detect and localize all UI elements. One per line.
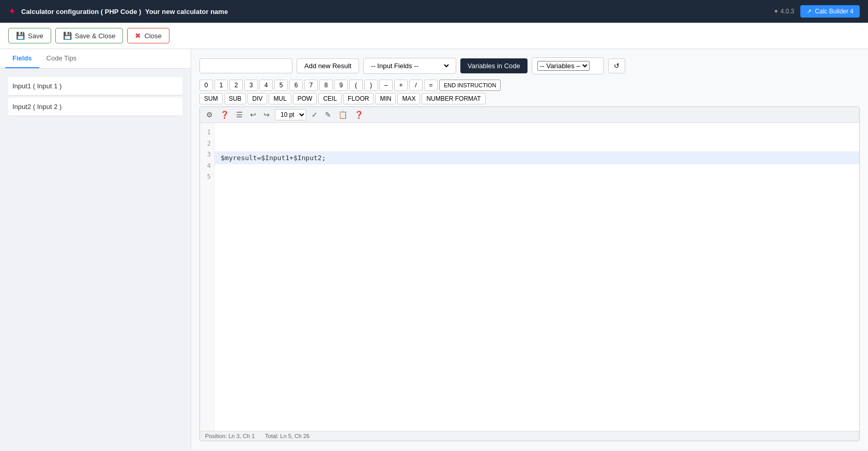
app-btn-label: Calc Builder 4 bbox=[815, 8, 854, 15]
save-icon: 💾 bbox=[16, 32, 25, 40]
status-position: Position: Ln 3, Ch 1 bbox=[205, 433, 255, 439]
editor-font-size-select[interactable]: 10 pt 12 pt 14 pt bbox=[275, 109, 306, 120]
pad-btn-divide[interactable]: / bbox=[409, 80, 423, 91]
input-fields-select[interactable]: -- Input Fields -- Input1 ( Input 1 ) In… bbox=[369, 61, 451, 70]
tab-code-tips[interactable]: Code Tips bbox=[39, 49, 84, 68]
pad-btn-close-paren[interactable]: ) bbox=[364, 80, 378, 91]
pad-btn-ceil[interactable]: CEIL bbox=[318, 93, 342, 104]
status-total: Total: Ln 5, Ch 26 bbox=[265, 433, 309, 439]
editor-tool-check[interactable]: ✓ bbox=[309, 110, 320, 120]
save-button[interactable]: 💾 Save bbox=[8, 28, 51, 43]
topbar-left: ✦ Calculator configuration ( PHP Code ) … bbox=[8, 6, 228, 17]
version-label: ✦ 4.0.3 bbox=[773, 8, 794, 15]
pad-row-2: SUM SUB DIV MUL POW CEIL FLOOR MIN MAX N… bbox=[199, 93, 860, 104]
tab-fields[interactable]: Fields bbox=[5, 49, 39, 68]
actionbar: 💾 Save 💾 Save & Close ✖ Close bbox=[0, 23, 868, 49]
pad-btn-open-paren[interactable]: ( bbox=[349, 80, 363, 91]
editor-tool-settings[interactable]: ⚙ bbox=[204, 110, 215, 120]
variables-dropdown[interactable]: -- Variables – bbox=[532, 57, 604, 74]
pad-btn-5[interactable]: 5 bbox=[274, 80, 288, 91]
pad-btn-max[interactable]: MAX bbox=[397, 93, 420, 104]
editor-tool-layout[interactable]: ☰ bbox=[234, 110, 245, 120]
pad-row-1: 0 1 2 3 4 5 6 7 8 9 ( ) – + / = END INST… bbox=[199, 80, 860, 91]
save-close-icon: 💾 bbox=[63, 32, 72, 40]
pad-btn-2[interactable]: 2 bbox=[229, 80, 243, 91]
close-button[interactable]: ✖ Close bbox=[127, 28, 169, 43]
pad-btn-7[interactable]: 7 bbox=[304, 80, 318, 91]
code-line-3[interactable]: $myresult=$Input1+$Input2; bbox=[214, 151, 859, 164]
pad-btn-equals[interactable]: = bbox=[424, 80, 438, 91]
pad-btn-mul[interactable]: MUL bbox=[269, 93, 291, 104]
editor-body: 1 2 3 4 5 $myresult=$Input1+$Input2; bbox=[200, 123, 859, 431]
pad-btn-1[interactable]: 1 bbox=[214, 80, 228, 91]
save-label: Save bbox=[28, 32, 43, 40]
pad-btn-floor[interactable]: FLOOR bbox=[343, 93, 374, 104]
field-input2[interactable]: Input2 ( Input 2 ) bbox=[8, 98, 182, 116]
editor-statusbar: Position: Ln 3, Ch 1 Total: Ln 5, Ch 26 bbox=[200, 431, 859, 441]
topbar-calculator-name: Your new calculator name bbox=[145, 8, 228, 15]
refresh-button[interactable]: ↺ bbox=[608, 58, 625, 73]
main-layout: Fields Code Tips Input1 ( Input 1 ) Inpu… bbox=[0, 49, 868, 449]
line-numbers: 1 2 3 4 5 bbox=[200, 123, 214, 431]
save-close-label: Save & Close bbox=[75, 32, 116, 40]
pad-btn-number-format[interactable]: NUMBER FORMAT bbox=[422, 93, 485, 104]
app-btn-icon: ↗ bbox=[807, 8, 812, 15]
close-label: Close bbox=[144, 32, 161, 40]
result-name-input[interactable] bbox=[199, 58, 292, 73]
toolbar-row: Add new Result -- Input Fields -- Input1… bbox=[199, 57, 860, 74]
tabs-bar: Fields Code Tips bbox=[0, 49, 191, 69]
editor-tool-edit[interactable]: ✎ bbox=[323, 110, 333, 120]
pad-btn-4[interactable]: 4 bbox=[259, 80, 273, 91]
pad-btn-sum[interactable]: SUM bbox=[199, 93, 223, 104]
pad-btn-div[interactable]: DIV bbox=[247, 93, 267, 104]
topbar: ✦ Calculator configuration ( PHP Code ) … bbox=[0, 0, 868, 23]
field-input1[interactable]: Input1 ( Input 1 ) bbox=[8, 77, 182, 96]
logo-icon: ✦ bbox=[8, 6, 16, 17]
pad-btn-0[interactable]: 0 bbox=[199, 80, 213, 91]
editor-tool-info[interactable]: ❓ bbox=[352, 110, 365, 120]
editor-toolbar: ⚙ ❓ ☰ ↩ ↪ 10 pt 12 pt 14 pt ✓ ✎ 📋 ❓ bbox=[200, 107, 859, 123]
pad-btn-minus[interactable]: – bbox=[379, 80, 393, 91]
topbar-title: Calculator configuration ( PHP Code ) Yo… bbox=[21, 8, 228, 15]
pad-btn-plus[interactable]: + bbox=[394, 80, 408, 91]
pad-btn-8[interactable]: 8 bbox=[319, 80, 333, 91]
pad-btn-pow[interactable]: POW bbox=[293, 93, 317, 104]
save-close-button[interactable]: 💾 Save & Close bbox=[55, 28, 123, 43]
variables-in-code-button[interactable]: Variables in Code bbox=[460, 58, 528, 73]
editor-container: ⚙ ❓ ☰ ↩ ↪ 10 pt 12 pt 14 pt ✓ ✎ 📋 ❓ 1 bbox=[199, 106, 860, 441]
variables-select[interactable]: -- Variables – bbox=[537, 61, 590, 71]
pad-btn-6[interactable]: 6 bbox=[289, 80, 303, 91]
editor-tool-redo[interactable]: ↪ bbox=[261, 110, 272, 120]
editor-tool-copy[interactable]: 📋 bbox=[336, 110, 349, 120]
right-panel: Add new Result -- Input Fields -- Input1… bbox=[191, 49, 868, 449]
topbar-right: ✦ 4.0.3 ↗ Calc Builder 4 bbox=[773, 5, 860, 18]
pad-btn-3[interactable]: 3 bbox=[244, 80, 258, 91]
add-result-button[interactable]: Add new Result bbox=[297, 58, 359, 73]
app-button[interactable]: ↗ Calc Builder 4 bbox=[800, 5, 860, 18]
close-icon: ✖ bbox=[135, 32, 141, 40]
editor-tool-help[interactable]: ❓ bbox=[218, 110, 231, 120]
pad-btn-min[interactable]: MIN bbox=[375, 93, 396, 104]
pad-btn-end-instruction[interactable]: END INSTRUCTION bbox=[439, 80, 501, 91]
pad-btn-sub[interactable]: SUB bbox=[224, 93, 246, 104]
topbar-prefix: Calculator configuration ( PHP Code ) bbox=[21, 8, 141, 15]
left-panel: Fields Code Tips Input1 ( Input 1 ) Inpu… bbox=[0, 49, 191, 449]
pad-btn-9[interactable]: 9 bbox=[334, 80, 348, 91]
fields-list: Input1 ( Input 1 ) Input2 ( Input 2 ) bbox=[0, 69, 191, 127]
input-fields-dropdown[interactable]: -- Input Fields -- Input1 ( Input 1 ) In… bbox=[363, 58, 456, 74]
editor-tool-undo[interactable]: ↩ bbox=[248, 110, 258, 120]
